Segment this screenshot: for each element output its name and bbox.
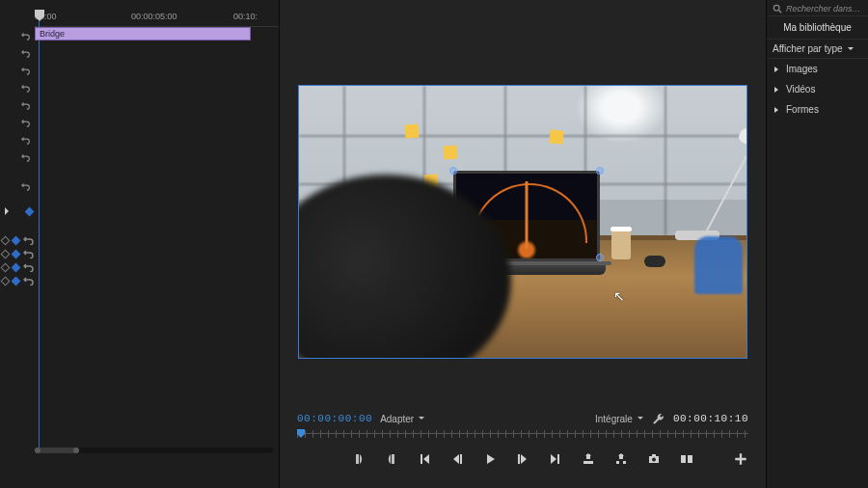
ruler-tick-2: 00:10: [233, 12, 258, 21]
scrollbar-thumb[interactable] [35, 447, 79, 453]
keyframe-diamond-icon[interactable] [1, 235, 11, 245]
zoom-label: Intégrale [595, 414, 633, 424]
add-button[interactable] [733, 451, 748, 467]
monitor-info-bar: 00:00:00:00 Adapter Intégrale 00:00:10:1… [297, 409, 748, 428]
transport-controls [297, 446, 748, 473]
undo-icon[interactable] [21, 135, 31, 145]
go-to-out-button[interactable] [548, 451, 563, 467]
search-icon [773, 4, 782, 14]
keyframe-diamond-icon[interactable] [1, 262, 11, 272]
program-monitor: ↖ 00:00:00:00 Adapter Intégrale 00:00:10… [280, 0, 766, 488]
lift-button[interactable] [581, 451, 596, 467]
undo-icon[interactable] [21, 48, 31, 58]
undo-icon[interactable] [21, 181, 31, 191]
chevron-right-icon [773, 66, 780, 73]
keyframe-diamond-icon[interactable] [12, 262, 21, 272]
mark-out-button[interactable] [384, 451, 399, 467]
search-placeholder: Rechercher dans Adobe Stock [786, 4, 862, 14]
undo-icon[interactable] [23, 249, 35, 258]
keyframe-diamond-icon[interactable] [12, 249, 21, 258]
svg-point-3 [773, 5, 779, 11]
keyframe-diamond-icon[interactable] [12, 276, 21, 285]
keyframe-rows [0, 233, 35, 287]
library-title[interactable]: Ma bibliothèque [767, 16, 868, 40]
keyframe-diamond-icon[interactable] [25, 206, 35, 216]
left-timecode[interactable]: 00:00:00:00 [297, 413, 372, 424]
step-forward-button[interactable] [515, 451, 530, 467]
timeline-horizontal-scrollbar[interactable] [35, 447, 273, 453]
undo-icon[interactable] [21, 118, 31, 127]
lib-item-label: Formes [786, 104, 819, 115]
keyframe-diamond-icon[interactable] [1, 276, 11, 285]
chevron-down-icon [847, 45, 854, 53]
svg-rect-2 [688, 455, 692, 463]
undo-icon[interactable] [21, 66, 31, 75]
undo-icon[interactable] [21, 31, 31, 41]
ruler-tick-1: 00:00:05:00 [131, 12, 177, 21]
filter-label: Afficher par type [773, 43, 843, 54]
keyframe-diamond-icon[interactable] [12, 235, 21, 245]
keyframe-diamond-icon[interactable] [1, 249, 11, 258]
library-filter-dropdown[interactable]: Afficher par type [767, 40, 868, 59]
library-section-images[interactable]: Images [767, 59, 868, 79]
chevron-down-icon [418, 415, 425, 422]
library-section-videos[interactable]: Vidéos [767, 79, 868, 99]
library-section-shapes[interactable]: Formes [767, 99, 868, 120]
keyframe-row[interactable] [0, 233, 35, 247]
playhead-icon[interactable] [35, 10, 44, 23]
chevron-right-icon [773, 86, 780, 94]
undo-icon[interactable] [23, 235, 35, 245]
fit-label: Adapter [380, 414, 414, 424]
keyframe-row[interactable] [0, 260, 35, 274]
comparison-view-button[interactable] [679, 451, 694, 467]
preview-image [299, 86, 746, 358]
chevron-down-icon [637, 415, 644, 422]
undo-icon[interactable] [23, 262, 35, 272]
extract-button[interactable] [613, 451, 629, 467]
lib-item-label: Vidéos [786, 84, 815, 95]
undo-icon[interactable] [21, 100, 31, 110]
fit-dropdown[interactable]: Adapter [380, 414, 425, 424]
caret-right-icon[interactable] [2, 206, 12, 216]
libraries-panel: Rechercher dans Adobe Stock Ma bibliothè… [766, 0, 868, 488]
wrench-icon[interactable] [652, 412, 665, 425]
svg-point-0 [652, 458, 656, 462]
playhead-line[interactable] [39, 21, 40, 447]
export-frame-button[interactable] [646, 451, 662, 467]
svg-rect-1 [681, 455, 686, 463]
right-timecode: 00:00:10:10 [673, 413, 748, 424]
chevron-right-icon [773, 106, 780, 114]
lib-item-label: Images [786, 64, 818, 74]
library-search[interactable]: Rechercher dans Adobe Stock [767, 0, 868, 16]
video-preview[interactable]: ↖ [298, 85, 747, 359]
playhead-icon[interactable] [297, 429, 305, 439]
undo-icon[interactable] [21, 83, 31, 93]
keyframe-row[interactable] [0, 274, 35, 287]
mark-in-button[interactable] [351, 451, 366, 467]
step-back-button[interactable] [449, 451, 465, 467]
timeline-panel: 00:00 00:00:05:00 00:10: Bridge [0, 0, 280, 488]
timeline-clip-bridge[interactable]: Bridge [35, 27, 251, 41]
zoom-dropdown[interactable]: Intégrale [595, 414, 644, 424]
go-to-in-button[interactable] [417, 451, 432, 467]
scrub-bar[interactable] [297, 430, 748, 438]
undo-icon[interactable] [23, 276, 35, 285]
time-ruler[interactable]: 00:00 00:00:05:00 00:10: [35, 12, 279, 25]
play-button[interactable] [482, 451, 498, 467]
undo-icon[interactable] [21, 152, 31, 162]
keyframe-row[interactable] [0, 247, 35, 260]
